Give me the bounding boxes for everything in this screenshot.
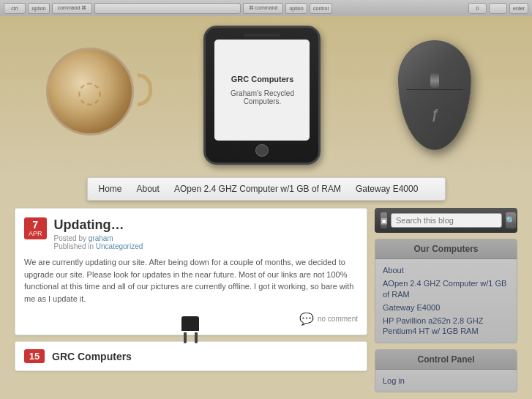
comment-bubble-icon: 💬 (299, 312, 314, 326)
phone-home-button (255, 144, 269, 157)
post-day-sm: 15 (28, 351, 41, 361)
nav-item-gateway[interactable]: Gateway E4000 (356, 184, 418, 194)
post-card-grc: 15 GRC Computers (15, 341, 367, 371)
phone-device: GRC Computers Graham's Recycled Computer… (203, 26, 321, 165)
post-body: We are currently updating our site. Afte… (24, 256, 358, 305)
clip-arm-right (195, 332, 198, 343)
post-header: 7 Apr Updating… Posted by graham Publish… (24, 217, 358, 250)
nav-item-aopen[interactable]: AOpen 2.4 GHZ Computer w/1 GB of RAM (174, 184, 341, 194)
phone-speaker (244, 34, 280, 37)
comment-count: no comment (318, 315, 358, 323)
widget-link-login[interactable]: Log in (383, 376, 509, 386)
search-magnify-icon: 🔍 (506, 216, 516, 225)
post-title: Updating… (54, 217, 143, 233)
nav-item-home[interactable]: Home (99, 184, 122, 194)
control-panel-header: Control Panel (375, 350, 517, 370)
clip-arm-left (184, 332, 187, 343)
key-option-r: option (285, 3, 307, 14)
key-option: option (28, 3, 50, 14)
our-computers-header: Our Computers (375, 239, 517, 259)
key-ctrl: ctrl (4, 3, 26, 14)
widget-link-aopen[interactable]: AOpen 2.4 GHZ Computer w/1 GB of RAM (383, 278, 509, 299)
control-panel-widget: Control Panel Log in (375, 349, 517, 392)
keyboard-bar: ctrl option command ⌘ ⌘ command option c… (0, 0, 532, 16)
usb-icon: ▣ (381, 217, 387, 225)
clip-body (181, 316, 199, 331)
coffee-cup: ◌ (46, 48, 141, 143)
mouse-scroll-wheel (430, 73, 439, 88)
search-button[interactable]: 🔍 (506, 212, 516, 228)
our-computers-body: About AOpen 2.4 GHZ Computer w/1 GB of R… (375, 259, 517, 343)
post-date: 7 Apr (24, 217, 47, 239)
post-category-link[interactable]: Uncategorized (96, 242, 143, 250)
mouse-container: ƒ (383, 33, 486, 157)
post-meta: Posted by graham Published in Uncategori… (54, 234, 143, 250)
key-control-r: control (310, 3, 332, 14)
phone-screen: GRC Computers Graham's Recycled Computer… (214, 40, 310, 141)
main-layout: 7 Apr Updating… Posted by graham Publish… (0, 201, 532, 399)
mouse-divider (406, 89, 463, 90)
clip-arms (179, 332, 201, 343)
widget-link-gateway[interactable]: Gateway E4000 (383, 302, 509, 313)
post-day: 7 (29, 220, 42, 230)
nav-bar: Home About AOpen 2.4 GHZ Computer w/1 GB… (87, 177, 446, 201)
widget-link-hp[interactable]: HP Pavillion a262n 2.8 GHZ Pentium4 HT w… (383, 316, 509, 337)
key-command-r: ⌘ command (243, 3, 283, 14)
post-author-link[interactable]: graham (89, 234, 113, 242)
content-area: 7 Apr Updating… Posted by graham Publish… (15, 208, 367, 392)
key-dot (489, 3, 507, 14)
key-enter: enter (509, 3, 528, 14)
post-month: Apr (29, 230, 42, 237)
mouse-logo: ƒ (431, 107, 438, 122)
post-date-sm: 15 (24, 349, 45, 363)
nav-wrapper: Home About AOpen 2.4 GHZ Computer w/1 GB… (0, 174, 532, 201)
search-widget: ▣ 🔍 (375, 208, 517, 233)
binder-clip (179, 316, 201, 342)
search-input[interactable] (391, 213, 502, 228)
key-command: command ⌘ (52, 3, 92, 14)
search-icon-box: ▣ (381, 212, 387, 228)
control-panel-body: Log in (375, 370, 517, 392)
key-0: 0 (468, 3, 487, 14)
key-spacebar (94, 3, 241, 14)
hero-section: ◌ GRC Computers Graham's Recycled Comput… (0, 16, 532, 174)
sidebar: ▣ 🔍 Our Computers About AOpen 2.4 GHZ Co… (375, 208, 517, 392)
widget-link-about[interactable]: About (383, 265, 509, 275)
nav-item-about[interactable]: About (137, 184, 160, 194)
rss-icon: ◌ (77, 75, 102, 108)
phone-site-subtitle: Graham's Recycled Computers. (222, 89, 302, 105)
phone-site-title: GRC Computers (231, 75, 294, 83)
coffee-circle: ◌ (46, 48, 134, 135)
cup-handle (138, 73, 152, 106)
our-computers-widget: Our Computers About AOpen 2.4 GHZ Comput… (375, 239, 517, 343)
post-title-sm: GRC Computers (52, 351, 132, 362)
mouse-device: ƒ (398, 40, 471, 150)
post-title-area: Updating… Posted by graham Published in … (54, 217, 143, 250)
